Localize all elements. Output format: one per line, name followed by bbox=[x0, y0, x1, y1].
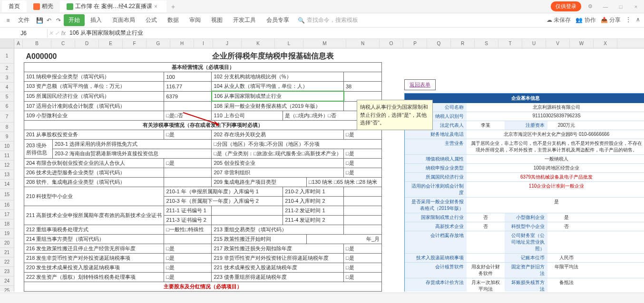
col-header[interactable]: M bbox=[303, 39, 346, 48]
cell[interactable]: □是 bbox=[164, 263, 212, 273]
cell[interactable] bbox=[212, 216, 283, 225]
cell[interactable]: □是 bbox=[344, 149, 382, 159]
cell[interactable]: 104 从业人数（填写平均值，单位：人） bbox=[212, 82, 344, 92]
tab-workbook[interactable]: 工作簿 在 案例…经4.22直播课× bbox=[60, 0, 166, 12]
cell[interactable]: □是 bbox=[164, 254, 212, 263]
menu-insert[interactable]: 插入 bbox=[86, 14, 107, 26]
menu-layout[interactable]: 页面布局 bbox=[107, 14, 140, 26]
cell[interactable]: □130 纳米 □65 纳米 □28 纳米 bbox=[307, 178, 382, 187]
col-header[interactable]: U bbox=[522, 39, 546, 48]
col-header[interactable]: D bbox=[75, 39, 99, 48]
cell[interactable]: □是（产业类别：□旅游业□现代服务业□高新技术产业） bbox=[212, 149, 344, 159]
col-header[interactable]: G bbox=[146, 39, 170, 48]
cell[interactable]: 109 小型微利企业 bbox=[24, 111, 164, 121]
tab-home[interactable]: 首页 bbox=[2, 0, 27, 12]
row-header[interactable]: 22 bbox=[0, 257, 14, 267]
cell[interactable]: 203-1 选择采用的境外所得抵免方式 bbox=[53, 140, 212, 149]
cell[interactable] bbox=[344, 206, 382, 216]
cell[interactable]: 201 从事股权投资业务 bbox=[24, 130, 164, 140]
menu-formula[interactable]: 公式 bbox=[141, 14, 162, 26]
row-header[interactable]: 25 bbox=[0, 286, 14, 292]
cell[interactable] bbox=[344, 197, 382, 206]
cell[interactable]: 108 采用一般企业财务报表格式（2019 年版） bbox=[212, 101, 344, 111]
cell[interactable]: □是 bbox=[164, 130, 212, 140]
cell[interactable] bbox=[164, 101, 212, 111]
menu-review[interactable]: 审阅 bbox=[185, 14, 205, 26]
tab-wps[interactable]: 稻壳 bbox=[27, 0, 60, 12]
cell[interactable]: 206 技术先进型服务企业类型（填写代码） bbox=[24, 168, 164, 178]
cell[interactable]: 211-2 发证时间 1 bbox=[283, 206, 344, 216]
menu-data[interactable]: 数据 bbox=[163, 14, 184, 26]
select-all-corner[interactable] bbox=[0, 39, 14, 48]
cell[interactable]: 216 发生政策性搬迁且停止生产经营无所得年度 bbox=[24, 244, 164, 254]
cell[interactable]: 107 适用会计准则或会计制度（填写代码） bbox=[24, 101, 164, 111]
cell[interactable] bbox=[212, 206, 283, 216]
cell[interactable]: 100 bbox=[164, 72, 212, 82]
cell[interactable] bbox=[344, 216, 382, 225]
login-button[interactable]: 仅供登录 bbox=[551, 1, 581, 11]
row-header[interactable]: 13 bbox=[0, 170, 14, 180]
col-header[interactable]: V bbox=[546, 39, 570, 48]
cell[interactable]: □是 bbox=[344, 130, 382, 140]
cell[interactable]: □是 bbox=[164, 244, 212, 254]
cell[interactable] bbox=[344, 225, 382, 235]
minimize-icon[interactable]: — bbox=[599, 4, 612, 9]
row-header[interactable]: 11 bbox=[0, 151, 14, 161]
cell[interactable]: 223 债务重组所得递延纳税年度 bbox=[212, 273, 344, 282]
row-header[interactable]: 21 bbox=[0, 248, 14, 257]
row-header[interactable]: 8 bbox=[0, 123, 14, 132]
menu-vip[interactable]: 会员专享 bbox=[262, 14, 294, 26]
col-header[interactable]: C bbox=[51, 39, 75, 48]
cell[interactable]: □是 bbox=[344, 159, 382, 168]
row-header[interactable]: 20 bbox=[0, 238, 14, 248]
name-box[interactable]: J6 bbox=[0, 29, 48, 38]
menu-file[interactable]: 文件 bbox=[13, 14, 34, 26]
cell[interactable]: 116.77 bbox=[164, 82, 212, 92]
save-icon[interactable]: 💾 bbox=[35, 16, 44, 25]
row-header[interactable]: 15 bbox=[0, 189, 14, 200]
cell[interactable]: □是 bbox=[344, 244, 382, 254]
col-header[interactable]: A bbox=[14, 39, 23, 48]
row-header[interactable]: 4 bbox=[0, 83, 14, 92]
cell[interactable]: 219 非货币性资产对外投资转让所得递延纳税年度 bbox=[212, 254, 344, 263]
cell[interactable]: 211 高新技术企业申报所属期年度有效的高新技术企业证书 bbox=[24, 206, 164, 225]
cell[interactable]: 211-1 证书编号 1 bbox=[164, 206, 212, 216]
row-header[interactable]: 16 bbox=[0, 200, 14, 210]
col-header[interactable]: O bbox=[380, 39, 403, 48]
cell[interactable]: 221 技术成果投资入股递延纳税年度 bbox=[212, 263, 344, 273]
menu-icon[interactable]: ≡ bbox=[4, 16, 12, 25]
col-header[interactable]: R bbox=[451, 39, 475, 48]
cell[interactable]: □是 bbox=[164, 159, 212, 168]
row-header[interactable]: 18 bbox=[0, 219, 14, 229]
selected-cell[interactable]: 106 从事国家限制或禁止行业 bbox=[212, 91, 344, 101]
cell[interactable]: 213 重组交易类型（填写代码） bbox=[212, 225, 344, 235]
cell[interactable]: 214 重组当事方类型（填写代码） bbox=[24, 235, 164, 244]
back-link[interactable]: 返回表单 bbox=[404, 79, 436, 90]
cell[interactable]: 102 分支机构就地纳税比例（%） bbox=[212, 72, 344, 82]
cell[interactable]: □是 bbox=[344, 273, 382, 282]
cell[interactable]: □是 bbox=[344, 168, 382, 178]
cell[interactable]: □是 bbox=[164, 273, 212, 282]
row-header[interactable]: 5 bbox=[0, 92, 14, 102]
cell[interactable]: 212 重组事项税务处理方式 bbox=[24, 225, 164, 235]
cell[interactable]: □是 bbox=[344, 263, 382, 273]
col-header[interactable]: P bbox=[403, 39, 427, 48]
cell[interactable]: 203 境外所得信息 bbox=[24, 140, 53, 159]
col-header[interactable]: L bbox=[275, 39, 303, 48]
cell[interactable]: 210 科技型中小企业 bbox=[24, 187, 164, 206]
menu-view[interactable]: 视图 bbox=[206, 14, 227, 26]
cell[interactable]: 217 政策性搬迁损失分期扣除年度 bbox=[212, 244, 344, 254]
row-header[interactable]: 14 bbox=[0, 180, 14, 189]
grid-main[interactable]: ABCDEFGHIJKLMNOPQRSTUVWX A000000企业所得税年度纳… bbox=[14, 39, 644, 292]
coop-button[interactable]: 👥 协作 bbox=[576, 16, 595, 24]
row-header[interactable]: 12 bbox=[0, 161, 14, 170]
col-header[interactable]: S bbox=[475, 39, 498, 48]
cell[interactable]: 6379 bbox=[164, 91, 212, 101]
undo-icon[interactable]: ↶ bbox=[45, 16, 53, 25]
cell[interactable]: 210-2 入库时间 1 bbox=[283, 187, 344, 197]
col-header[interactable]: J bbox=[213, 39, 242, 48]
row-header[interactable]: 6 bbox=[0, 102, 14, 111]
cell[interactable]: 209 集成电路生产项目类型 bbox=[212, 178, 307, 187]
col-header[interactable]: X bbox=[594, 39, 617, 48]
col-header[interactable]: Q bbox=[427, 39, 451, 48]
